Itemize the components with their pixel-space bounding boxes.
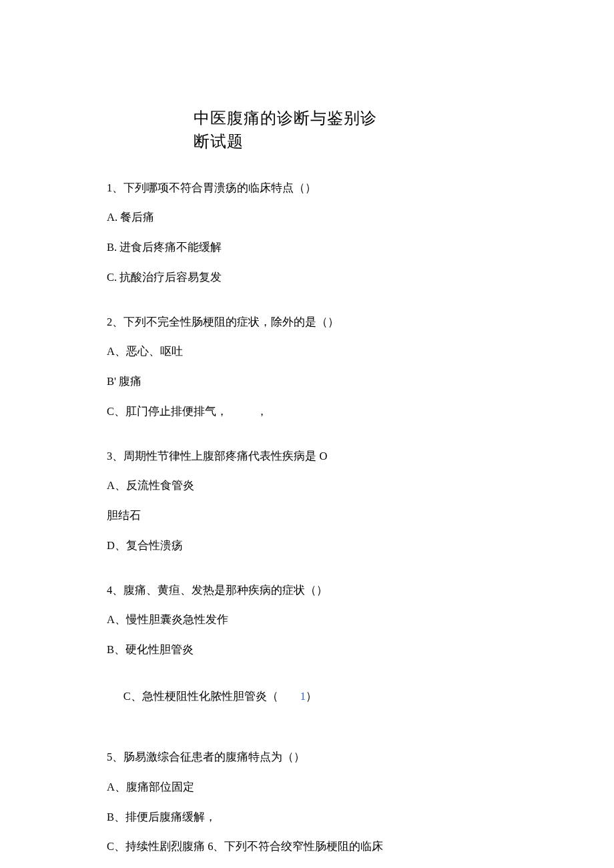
title-block: 中医腹痛的诊断与鉴别诊 断试题 (194, 107, 420, 153)
q4-c-blue-number: 1 (300, 690, 306, 703)
gap (107, 300, 507, 314)
q2-option-c: C、肛门停止排便排气， , (107, 404, 507, 420)
q2-option-a: A、恶心、呕吐 (107, 344, 507, 360)
q4-c-prefix: C、急性梗阻性化脓性胆管炎（ (123, 690, 300, 703)
q4-option-a: A、慢性胆囊炎急性发作 (107, 612, 507, 628)
q5-option-b: B、排便后腹痛缓解， (107, 809, 507, 826)
q5-stem: 5、肠易激综合征患者的腹痛特点为（） (107, 749, 507, 766)
q1-stem: 1、下列哪项不符合胃溃疡的临床特点（） (107, 180, 507, 197)
q3-stem: 3、周期性节律性上腹部疼痛代表性疾病是 O (107, 448, 507, 465)
q2-stem: 2、下列不完全性肠梗阻的症状，除外的是（） (107, 314, 507, 331)
gap (107, 434, 507, 448)
gap (107, 735, 507, 749)
q1-option-c: C. 抗酸治疗后容易复发 (107, 270, 507, 286)
q1-option-b: B. 进食后疼痛不能缓解 (107, 240, 507, 256)
content-body: 1、下列哪项不符合胃溃疡的临床特点（） A. 餐后痛 B. 进食后疼痛不能缓解 … (107, 180, 507, 856)
title-line-1: 中医腹痛的诊断与鉴别诊 (194, 107, 420, 130)
q2-option-b: B' 腹痛 (107, 374, 507, 390)
document-page: 中医腹痛的诊断与鉴别诊 断试题 1、下列哪项不符合胃溃疡的临床特点（） A. 餐… (0, 0, 614, 868)
q3-option-a: A、反流性食管炎 (107, 478, 507, 494)
q4-c-suffix: ） (306, 690, 317, 703)
q4-option-c: C、急性梗阻性化脓性胆管炎（ 1） (107, 672, 507, 721)
q1-option-a: A. 餐后痛 (107, 209, 507, 226)
gap (107, 568, 507, 582)
q5-option-c: C、持续性剧烈腹痛 6、下列不符合绞窄性肠梗阻的临床 (107, 839, 507, 855)
q4-option-b: B、硬化性胆管炎 (107, 642, 507, 659)
q3-mid-text: 胆结石 (107, 508, 507, 524)
q4-stem: 4、腹痛、黄疸、发热是那种疾病的症状（） (107, 582, 507, 599)
q3-option-d: D、复合性溃疡 (107, 538, 507, 554)
q5-option-a: A、腹痛部位固定 (107, 779, 507, 796)
title-line-2: 断试题 (194, 130, 420, 153)
